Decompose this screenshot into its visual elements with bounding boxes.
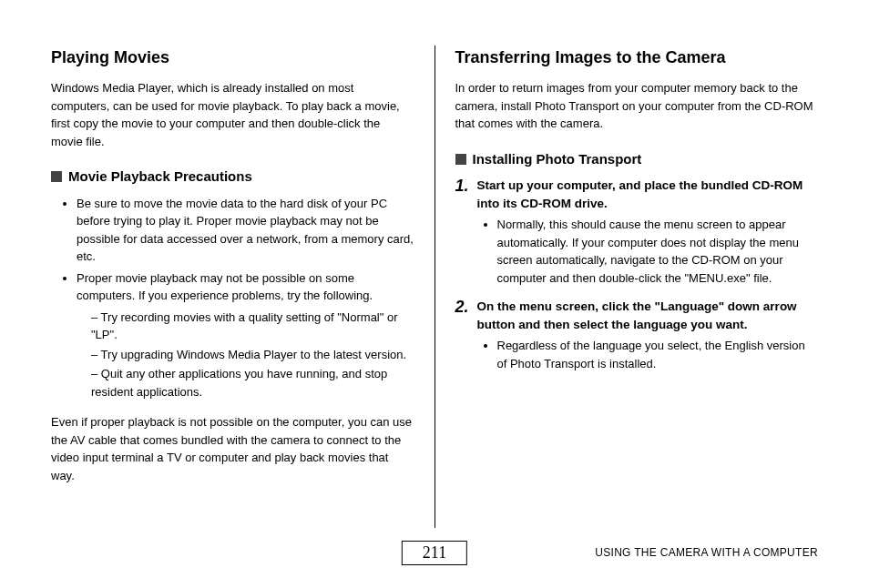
sub-list: Try recording movies with a quality sett… [77, 309, 414, 401]
page-footer: 211 USING THE CAMERA WITH A COMPUTER [0, 541, 869, 573]
right-subheading: Installing Photo Transport [455, 149, 819, 170]
right-intro: In order to return images from your comp… [455, 79, 819, 133]
step-number: 1. [455, 177, 472, 287]
step-head: On the menu screen, click the "Language"… [477, 298, 819, 333]
list-item: Try upgrading Windows Media Player to th… [91, 346, 414, 364]
left-intro: Windows Media Player, which is already i… [51, 79, 414, 150]
square-bullet-icon [51, 171, 62, 182]
precautions-list: Be sure to move the movie data to the ha… [51, 195, 414, 401]
right-subheading-text: Installing Photo Transport [473, 149, 642, 170]
left-closing: Even if proper playback is not possible … [51, 413, 414, 484]
left-heading: Playing Movies [51, 46, 414, 70]
page-number: 211 [402, 541, 467, 565]
step-bullets: Normally, this should cause the menu scr… [477, 216, 819, 287]
list-item-text: Proper movie playback may not be possibl… [77, 271, 373, 303]
list-item: Normally, this should cause the menu scr… [497, 216, 819, 287]
step-bullets: Regardless of the language you select, t… [477, 337, 819, 372]
list-item: Regardless of the language you select, t… [497, 337, 819, 372]
left-subheading: Movie Playback Precautions [51, 167, 414, 188]
step-body: Start up your computer, and place the bu… [477, 177, 819, 287]
list-item: Be sure to move the movie data to the ha… [77, 195, 414, 266]
step-number: 2. [455, 298, 472, 372]
step-1: 1. Start up your computer, and place the… [455, 177, 819, 287]
list-item: Try recording movies with a quality sett… [91, 309, 414, 344]
step-body: On the menu screen, click the "Language"… [477, 298, 819, 372]
footer-label: USING THE CAMERA WITH A COMPUTER [595, 546, 818, 559]
left-subheading-text: Movie Playback Precautions [68, 167, 252, 188]
right-heading: Transferring Images to the Camera [455, 46, 819, 70]
left-column: Playing Movies Windows Media Player, whi… [51, 46, 434, 528]
step-2: 2. On the menu screen, click the "Langua… [455, 298, 819, 372]
list-item: Proper movie playback may not be possibl… [77, 269, 414, 401]
two-column-layout: Playing Movies Windows Media Player, whi… [51, 46, 818, 528]
list-item: Quit any other applications you have run… [91, 365, 414, 400]
square-bullet-icon [455, 154, 466, 165]
step-head: Start up your computer, and place the bu… [477, 177, 819, 212]
manual-page: Playing Movies Windows Media Player, whi… [0, 0, 869, 588]
right-column: Transferring Images to the Camera In ord… [434, 46, 819, 528]
